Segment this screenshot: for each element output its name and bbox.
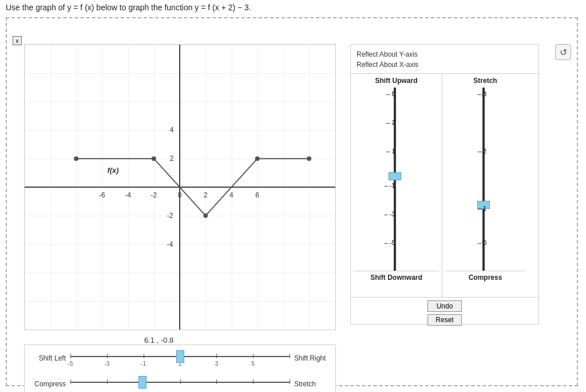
- stretch-tick-1: – 1: [478, 205, 486, 212]
- sliders-area: Shift Upward – 5 – 3 – 1 – -1: [351, 74, 539, 297]
- stretch-label: Stretch: [473, 77, 497, 85]
- main-container: x 0 2 4 6 -2 -4: [6, 17, 578, 386]
- refresh-button[interactable]: ↺: [555, 44, 571, 60]
- svg-point-15: [74, 156, 78, 161]
- undo-button[interactable]: Undo: [427, 300, 462, 312]
- stretch-bottom-label: Stretch: [290, 380, 332, 388]
- svg-text:f(x): f(x): [108, 166, 119, 175]
- reset-button[interactable]: Reset: [427, 314, 462, 326]
- svg-point-18: [255, 156, 260, 161]
- svg-text:4: 4: [170, 126, 174, 134]
- shift-lr-slider[interactable]: -5 -3 -1 1 3 5: [70, 348, 290, 368]
- svg-text:-2: -2: [167, 212, 173, 220]
- tick-5-up: – 5: [386, 90, 395, 97]
- compress-label: Compress: [445, 271, 525, 284]
- reflect-y-axis-button[interactable]: Reflect About Y-axis: [357, 49, 533, 60]
- compress-stretch-thumb[interactable]: [138, 376, 146, 389]
- svg-text:2: 2: [170, 155, 174, 163]
- reflect-x-axis-button[interactable]: Reflect About X-axis: [357, 60, 533, 70]
- stretch-tick-2: – 2: [478, 148, 486, 155]
- tick-neg3: – -3: [385, 211, 395, 217]
- compress-stretch-row: Compress Stretch: [27, 374, 332, 392]
- shift-left-label: Shift Left: [27, 354, 70, 362]
- bottom-sliders-wrapper: Shift Left -5 -3 -1 1 3 5: [24, 345, 336, 392]
- svg-point-17: [203, 213, 208, 218]
- svg-text:6: 6: [255, 191, 259, 199]
- stretch-column: Stretch – 3 – 2 – 1 – 0 Comp: [442, 74, 528, 297]
- tick-3-up: – 3: [386, 119, 395, 126]
- instruction-text: Use the graph of y = f (x) below to grap…: [6, 3, 251, 12]
- svg-text:-2: -2: [151, 191, 157, 199]
- tick-neg5: – -5: [385, 239, 395, 246]
- graph-area[interactable]: 0 2 4 6 -2 -4 -6 4 2 -2 -4 f(x): [24, 44, 336, 330]
- stretch-tick-0: – 0: [478, 239, 486, 246]
- shift-slider-thumb[interactable]: [389, 172, 401, 180]
- bottom-sliders: Shift Left -5 -3 -1 1 3 5: [24, 345, 336, 392]
- instruction-label: Use the graph of y = f (x) below to grap…: [6, 3, 251, 12]
- shift-column: Shift Upward – 5 – 3 – 1 – -1: [351, 74, 442, 297]
- svg-text:-4: -4: [167, 240, 173, 248]
- reflect-area: Reflect About Y-axis Reflect About X-axi…: [351, 45, 539, 74]
- shift-right-label: Shift Right: [290, 354, 332, 362]
- tick-1-up: – 1: [386, 148, 395, 155]
- svg-text:0: 0: [178, 191, 182, 199]
- stretch-tick-3: – 3: [478, 90, 486, 97]
- close-button[interactable]: x: [13, 36, 22, 45]
- svg-point-16: [152, 156, 156, 161]
- shift-slider-container[interactable]: – 5 – 3 – 1 – -1 – -3 – -5: [374, 88, 419, 271]
- coords-display: 6.1 , -0.8: [144, 336, 173, 345]
- svg-text:2: 2: [204, 191, 208, 199]
- action-buttons: Undo Reset: [351, 297, 539, 328]
- svg-point-19: [307, 156, 311, 161]
- svg-text:-6: -6: [99, 191, 105, 199]
- shift-downward-label: Shift Downward: [354, 271, 439, 284]
- shift-lr-thumb[interactable]: [176, 350, 184, 363]
- svg-text:4: 4: [229, 191, 233, 199]
- tick-neg1: – -1: [385, 182, 395, 189]
- graph-svg: 0 2 4 6 -2 -4 -6 4 2 -2 -4 f(x): [25, 45, 335, 330]
- compress-bottom-label: Compress: [27, 380, 70, 388]
- compress-stretch-slider[interactable]: [70, 374, 290, 392]
- shift-upward-label: Shift Upward: [375, 77, 418, 85]
- control-panel: Reflect About Y-axis Reflect About X-axi…: [350, 44, 539, 324]
- shift-lr-row: Shift Left -5 -3 -1 1 3 5: [27, 348, 332, 368]
- stretch-slider-container[interactable]: – 3 – 2 – 1 – 0: [462, 88, 508, 271]
- svg-text:-4: -4: [125, 191, 131, 199]
